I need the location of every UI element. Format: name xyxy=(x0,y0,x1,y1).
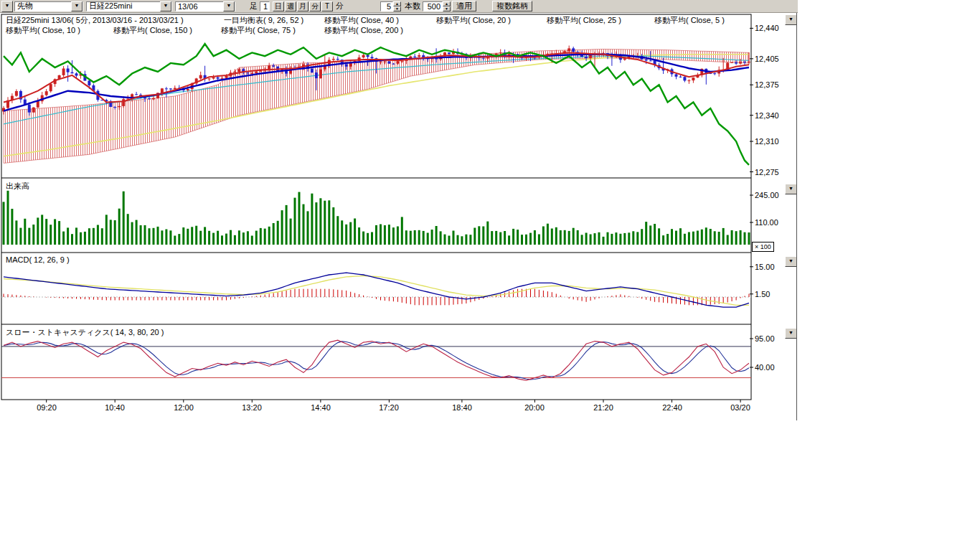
window-right-edge xyxy=(796,0,797,420)
macd-panel-label: MACD( 12, 26, 9 ) xyxy=(6,255,70,264)
contract-month-select[interactable]: 13/06 ▼ xyxy=(175,1,235,11)
time-axis-label: 12:00 xyxy=(174,403,194,412)
interval-stepper[interactable]: 5 ▲▼ xyxy=(380,1,401,11)
spin-up-icon[interactable]: ▲ xyxy=(443,1,451,6)
bar-count-stepper[interactable]: 500 ▲▼ xyxy=(423,1,451,11)
toolbar-collapse-button[interactable]: ▼ xyxy=(1,1,13,12)
minute-unit-label: 分 xyxy=(336,1,344,11)
time-axis-label: 22:40 xyxy=(662,403,682,412)
stochastics-panel-label: スロー・ストキャスティクス( 14, 3, 80, 20 ) xyxy=(6,327,164,338)
time-axis-label: 14:40 xyxy=(311,403,331,412)
instrument-type-select[interactable]: 先物 ▼ xyxy=(14,1,83,11)
axis-tick-label: 245.00 xyxy=(755,191,779,199)
period-minute-button[interactable]: 分 xyxy=(309,1,321,11)
axis-tick-label: 15.00 xyxy=(755,263,775,271)
chevron-down-icon[interactable]: ▼ xyxy=(71,1,83,11)
period-tick-button[interactable]: T xyxy=(321,1,333,11)
axis-tick-label: 12,405 xyxy=(755,55,779,63)
macd-panel-dropdown-button[interactable]: ▼ xyxy=(785,256,797,267)
bar-value-input[interactable]: 1 xyxy=(260,1,270,11)
spin-down-icon[interactable]: ▼ xyxy=(393,6,401,11)
time-axis-label: 09:20 xyxy=(37,403,57,412)
period-month-button[interactable]: 月 xyxy=(297,1,308,11)
spin-down-icon[interactable]: ▼ xyxy=(443,6,451,11)
volume-panel-dropdown-button[interactable]: ▼ xyxy=(785,184,797,194)
axis-tick-label: 12,440 xyxy=(755,24,779,32)
axis-tick-label: 12,340 xyxy=(755,111,779,120)
axis-tick-label: 12,310 xyxy=(755,137,779,146)
multi-symbol-button[interactable]: 複数銘柄 xyxy=(492,1,532,11)
axis-tick-label: 95.00 xyxy=(755,334,775,343)
time-axis-label: 17:20 xyxy=(379,403,399,412)
axis-tick-label: 1.50 xyxy=(755,290,770,298)
chart-canvas xyxy=(0,0,798,420)
symbol-select[interactable]: 日経225mini ▼ xyxy=(86,1,172,11)
bar-count-value[interactable]: 500 xyxy=(423,1,443,11)
chevron-down-icon[interactable]: ▼ xyxy=(223,1,235,11)
axis-tick-label: 110.00 xyxy=(755,218,778,227)
bar-type-label: 足 xyxy=(250,1,258,11)
volume-multiplier-badge: × 100 xyxy=(752,242,774,252)
volume-panel-label: 出来高 xyxy=(6,181,29,192)
apply-button[interactable]: 適用 xyxy=(452,1,476,11)
period-day-button[interactable]: 日 xyxy=(273,1,284,11)
axis-tick-label: 40.00 xyxy=(755,363,775,372)
time-axis-label: 03/20 xyxy=(730,403,750,412)
instrument-type-value: 先物 xyxy=(15,1,71,11)
stoch-panel-dropdown-button[interactable]: ▼ xyxy=(785,328,797,339)
stoch-d-line xyxy=(4,342,749,380)
volume-bars-layer xyxy=(3,191,750,245)
time-axis-label: 21:20 xyxy=(593,403,613,412)
axis-tick-label: 12,375 xyxy=(755,80,779,89)
chevron-down-icon[interactable]: ▼ xyxy=(160,1,171,11)
spin-up-icon[interactable]: ▲ xyxy=(393,1,401,6)
toolbar: ▼ 先物 ▼ 日経225mini ▼ 13/06 ▼ 足 1 日 週 月 分 T… xyxy=(0,0,798,13)
macd-histogram xyxy=(4,289,749,306)
main-panel-dropdown-button[interactable]: ▼ xyxy=(785,14,797,25)
chart-application-window: ▼ 先物 ▼ 日経225mini ▼ 13/06 ▼ 足 1 日 週 月 分 T… xyxy=(0,0,798,420)
bar-count-label: 本数 xyxy=(405,1,420,11)
macd-line xyxy=(4,273,749,307)
period-week-button[interactable]: 週 xyxy=(285,1,296,11)
time-axis-label: 10:40 xyxy=(105,403,125,412)
time-axis-label: 13:20 xyxy=(242,403,262,412)
contract-month-value: 13/06 xyxy=(176,2,223,11)
time-axis-label: 18:40 xyxy=(452,403,472,412)
axis-tick-label: 12,275 xyxy=(755,168,779,176)
macd-signal-line xyxy=(4,276,749,305)
time-axis-label: 20:00 xyxy=(524,403,545,412)
interval-value[interactable]: 5 xyxy=(380,1,393,11)
symbol-value: 日経225mini xyxy=(87,1,160,11)
